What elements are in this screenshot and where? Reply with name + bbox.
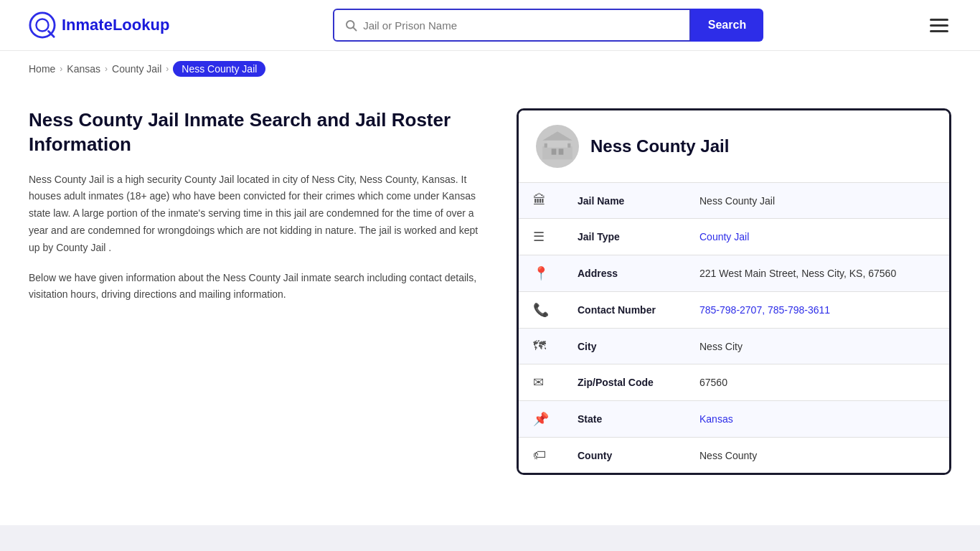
chevron-icon-1: › xyxy=(60,64,62,74)
svg-marker-7 xyxy=(542,131,573,141)
table-row: ✉Zip/Postal Code67560 xyxy=(519,364,949,401)
svg-rect-10 xyxy=(545,143,547,148)
row-value-5: 67560 xyxy=(685,364,949,401)
row-value-7: Ness County xyxy=(685,438,949,474)
svg-rect-6 xyxy=(547,141,568,148)
table-row: 📞Contact Number785-798-2707, 785-798-361… xyxy=(519,292,949,329)
logo-text: InmateLookup xyxy=(62,16,169,34)
row-label-1: Jail Type xyxy=(563,219,685,255)
table-row: 🏛Jail NameNess County Jail xyxy=(519,183,949,219)
row-value-0: Ness County Jail xyxy=(685,183,949,219)
breadcrumb-category[interactable]: County Jail xyxy=(112,63,161,75)
row-icon-4: 🗺 xyxy=(519,329,563,364)
svg-rect-5 xyxy=(542,146,573,159)
row-icon-0: 🏛 xyxy=(519,183,563,219)
courthouse-icon xyxy=(540,128,575,164)
row-label-7: County xyxy=(563,438,685,474)
row-value-3[interactable]: 785-798-2707, 785-798-3611 xyxy=(685,292,949,329)
row-icon-6: 📌 xyxy=(519,401,563,438)
hamburger-line-2 xyxy=(930,24,948,27)
row-label-4: City xyxy=(563,329,685,364)
table-row: 📍Address221 West Main Street, Ness City,… xyxy=(519,255,949,292)
search-button[interactable]: Search xyxy=(691,9,763,42)
site-header: InmateLookup Search xyxy=(0,0,980,51)
card-avatar xyxy=(536,125,579,168)
main-content: Ness County Jail Inmate Search and Jail … xyxy=(0,87,980,496)
card-header: Ness County Jail xyxy=(519,110,949,182)
row-label-3: Contact Number xyxy=(563,292,685,329)
search-input-wrap xyxy=(333,9,691,42)
svg-line-4 xyxy=(354,27,357,30)
page-description-1: Ness County Jail is a high security Coun… xyxy=(29,171,488,257)
breadcrumb-current: Ness County Jail xyxy=(173,61,265,77)
row-label-6: State xyxy=(563,401,685,438)
card-title: Ness County Jail xyxy=(590,136,729,156)
search-input[interactable] xyxy=(363,19,679,32)
row-icon-7: 🏷 xyxy=(519,438,563,474)
table-row: 🗺CityNess City xyxy=(519,329,949,364)
row-value-6[interactable]: Kansas xyxy=(685,401,949,438)
row-icon-1: ☰ xyxy=(519,219,563,255)
search-bar: Search xyxy=(333,9,763,42)
row-value-4: Ness City xyxy=(685,329,949,364)
row-value-2: 221 West Main Street, Ness City, KS, 675… xyxy=(685,255,949,292)
row-icon-5: ✉ xyxy=(519,364,563,401)
footer-bar xyxy=(0,525,980,551)
info-card: Ness County Jail 🏛Jail NameNess County J… xyxy=(517,108,951,475)
hamburger-line-1 xyxy=(930,19,948,21)
logo-icon xyxy=(29,11,56,39)
svg-rect-8 xyxy=(552,149,557,154)
hamburger-line-3 xyxy=(930,30,948,32)
table-row: 🏷CountyNess County xyxy=(519,438,949,474)
row-value-1[interactable]: County Jail xyxy=(685,219,949,255)
breadcrumb: Home › Kansas › County Jail › Ness Count… xyxy=(0,51,980,87)
search-icon xyxy=(344,19,357,32)
row-label-0: Jail Name xyxy=(563,183,685,219)
row-label-5: Zip/Postal Code xyxy=(563,364,685,401)
table-row: 📌StateKansas xyxy=(519,401,949,438)
svg-point-1 xyxy=(36,19,48,31)
table-row: ☰Jail TypeCounty Jail xyxy=(519,219,949,255)
info-table: 🏛Jail NameNess County Jail☰Jail TypeCoun… xyxy=(519,182,949,473)
chevron-icon-3: › xyxy=(166,64,169,74)
chevron-icon-2: › xyxy=(105,64,108,74)
logo-link[interactable]: InmateLookup xyxy=(29,11,169,39)
row-icon-2: 📍 xyxy=(519,255,563,292)
row-icon-3: 📞 xyxy=(519,292,563,329)
left-column: Ness County Jail Inmate Search and Jail … xyxy=(29,108,488,475)
page-title: Ness County Jail Inmate Search and Jail … xyxy=(29,108,488,157)
svg-rect-11 xyxy=(567,143,570,148)
breadcrumb-home[interactable]: Home xyxy=(29,63,55,75)
menu-button[interactable] xyxy=(927,16,951,35)
breadcrumb-state[interactable]: Kansas xyxy=(67,63,100,75)
page-description-2: Below we have given information about th… xyxy=(29,270,488,304)
svg-rect-9 xyxy=(559,149,564,154)
row-label-2: Address xyxy=(563,255,685,292)
